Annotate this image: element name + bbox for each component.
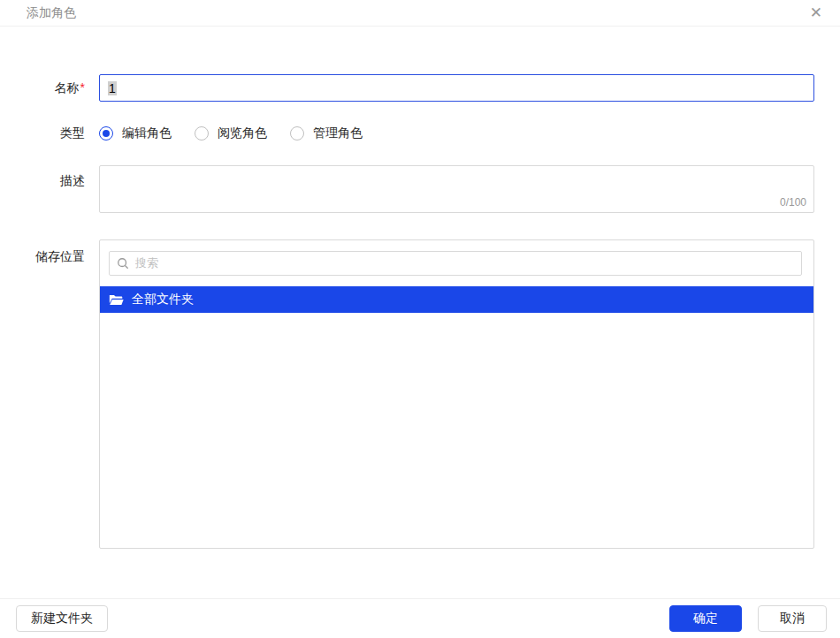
cancel-button[interactable]: 取消 bbox=[758, 605, 827, 632]
description-box: 0/100 bbox=[99, 165, 814, 213]
add-role-dialog: 添加角色 ✕ 名称* 1 类型 编辑角色 bbox=[0, 0, 840, 638]
open-folder-icon bbox=[109, 293, 124, 306]
dialog-footer: 新建文件夹 确定 取消 bbox=[0, 598, 840, 638]
radio-circle-icon bbox=[99, 126, 113, 141]
close-icon[interactable]: ✕ bbox=[806, 4, 826, 22]
radio-manage-role[interactable]: 管理角色 bbox=[290, 125, 363, 141]
folder-search-box[interactable] bbox=[109, 251, 802, 276]
type-row: 类型 编辑角色 阅览角色 管理角色 bbox=[0, 125, 814, 142]
storage-picker: 全部文件夹 bbox=[99, 239, 814, 549]
confirm-button[interactable]: 确定 bbox=[669, 605, 742, 632]
type-label: 类型 bbox=[0, 125, 85, 142]
description-label: 描述 bbox=[0, 165, 85, 190]
dialog-body: 名称* 1 类型 编辑角色 阅览角色 bbox=[0, 27, 840, 549]
role-type-radio-group: 编辑角色 阅览角色 管理角色 bbox=[99, 125, 814, 141]
required-asterisk: * bbox=[80, 80, 85, 95]
radio-circle-icon bbox=[290, 126, 304, 141]
description-textarea[interactable] bbox=[100, 166, 813, 196]
char-counter: 0/100 bbox=[780, 196, 806, 209]
folder-search-input[interactable] bbox=[135, 256, 794, 270]
storage-row: 储存位置 bbox=[0, 239, 814, 549]
name-label: 名称* bbox=[0, 80, 85, 97]
name-input-value: 1 bbox=[108, 81, 117, 95]
radio-circle-icon bbox=[195, 126, 209, 141]
name-row: 名称* 1 bbox=[0, 74, 814, 102]
storage-label: 储存位置 bbox=[0, 239, 85, 266]
new-folder-button[interactable]: 新建文件夹 bbox=[16, 605, 108, 632]
description-row: 描述 0/100 bbox=[0, 165, 814, 213]
folder-item-all-folders[interactable]: 全部文件夹 bbox=[100, 286, 813, 313]
radio-edit-role[interactable]: 编辑角色 bbox=[99, 125, 172, 141]
name-input[interactable]: 1 bbox=[99, 74, 814, 102]
dialog-header: 添加角色 ✕ bbox=[0, 0, 840, 27]
radio-view-role[interactable]: 阅览角色 bbox=[195, 125, 267, 141]
search-icon bbox=[117, 257, 129, 270]
dialog-title: 添加角色 bbox=[27, 5, 76, 21]
folder-tree: 全部文件夹 bbox=[100, 286, 813, 313]
